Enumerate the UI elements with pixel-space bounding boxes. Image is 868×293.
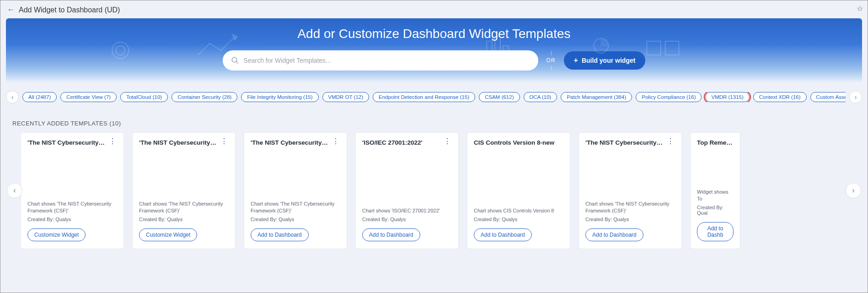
cards-scroll-right-button[interactable]: › xyxy=(846,183,861,198)
card-description: Widget shows To xyxy=(697,189,734,202)
card-header: 'ISO/IEC 27001:2022'⋮ xyxy=(362,139,452,146)
card-description: Chart shows 'The NIST Cybersecurity Fram… xyxy=(251,201,340,214)
svg-point-1 xyxy=(116,46,125,55)
section-title: RECENTLY ADDED TEMPLATES (10) xyxy=(0,107,868,132)
card-title: 'The NIST Cybersecurity Fram... xyxy=(585,139,663,146)
filter-chip[interactable]: TotalCloud (10) xyxy=(120,92,168,102)
card-header: 'The NIST Cybersecurity Fram...⋮ xyxy=(585,139,675,146)
build-widget-label: Build your widget xyxy=(582,57,635,64)
svg-point-0 xyxy=(112,42,129,59)
kebab-menu-icon[interactable]: ⋮ xyxy=(331,139,340,144)
filter-chip[interactable]: OCA (10) xyxy=(524,92,557,102)
template-card: 'The NIST Cybersecurity Fram...⋮Chart sh… xyxy=(579,132,682,249)
card-header: CIS Controls Version 8-new xyxy=(474,139,563,146)
chips-container: All (2487)Certificate View (7)TotalCloud… xyxy=(22,92,846,102)
template-card: 'ISO/IEC 27001:2022'⋮Chart shows 'ISO/IE… xyxy=(355,132,459,249)
back-arrow-icon[interactable]: ← xyxy=(7,5,15,15)
card-created-by: Created By: Qual xyxy=(697,205,734,216)
or-separator: OR xyxy=(547,53,556,68)
add-to-dashboard-button[interactable]: Add to Dashb xyxy=(697,222,734,241)
top-bar: ← Add Widget to Dashboard (UD) ☆ xyxy=(0,0,868,18)
add-to-dashboard-button[interactable]: Add to Dashboard xyxy=(251,228,309,241)
hero-banner: Add or Customize Dashboard Widget Templa… xyxy=(6,18,862,82)
kebab-menu-icon[interactable]: ⋮ xyxy=(443,139,452,144)
card-title: 'ISO/IEC 27001:2022' xyxy=(362,139,440,146)
filter-chip[interactable]: CSAM (612) xyxy=(479,92,520,102)
filter-chip[interactable]: Patch Management (384) xyxy=(561,92,632,102)
filter-chip[interactable]: Certificate View (7) xyxy=(60,92,117,102)
cards-scroll-left-button[interactable]: ‹ xyxy=(7,183,22,198)
filter-chips-row: ‹ All (2487)Certificate View (7)TotalClo… xyxy=(0,82,868,107)
filter-chip[interactable]: Policy Compliance (16) xyxy=(636,92,702,102)
svg-line-9 xyxy=(236,61,238,64)
card-header: 'The NIST Cybersecurity Fram...⋮ xyxy=(27,139,117,146)
filter-chip[interactable]: VMDR OT (12) xyxy=(322,92,369,102)
svg-rect-6 xyxy=(647,41,660,55)
favorite-star-icon[interactable]: ☆ xyxy=(857,4,863,13)
filter-chip[interactable]: VMDR (1315) xyxy=(705,92,749,102)
kebab-menu-icon[interactable]: ⋮ xyxy=(666,139,675,144)
card-created-by: Created By: Qualys xyxy=(139,217,229,222)
svg-point-8 xyxy=(232,57,237,62)
card-header: Top Remedia xyxy=(697,139,734,146)
customize-widget-button[interactable]: Customize Widget xyxy=(139,228,197,241)
card-description: Chart shows 'The NIST Cybersecurity Fram… xyxy=(139,201,229,214)
card-created-by: Created By: Qualys xyxy=(251,217,340,222)
customize-widget-button[interactable]: Customize Widget xyxy=(27,228,86,241)
kebab-menu-icon[interactable]: ⋮ xyxy=(108,139,117,144)
cards-container: 'The NIST Cybersecurity Fram...⋮Chart sh… xyxy=(21,132,847,249)
kebab-menu-icon[interactable]: ⋮ xyxy=(220,139,229,144)
card-created-by: Created By: Qualys xyxy=(585,217,675,222)
template-card: CIS Controls Version 8-newChart shows CI… xyxy=(467,132,570,249)
template-card: 'The NIST Cybersecurity Fram...⋮Chart sh… xyxy=(244,132,347,249)
card-created-by: Created By: Qualys xyxy=(362,217,452,222)
add-to-dashboard-button[interactable]: Add to Dashboard xyxy=(362,228,420,241)
hero-title: Add or Customize Dashboard Widget Templa… xyxy=(297,27,570,41)
hero-controls: OR + Build your widget xyxy=(223,50,646,71)
filter-chip[interactable]: Custom Assessment and Remediation (7) xyxy=(810,92,846,102)
filter-chip[interactable]: File Integrity Monitoring (15) xyxy=(241,92,318,102)
card-description: Chart shows 'ISO/IEC 27001:2022' xyxy=(362,207,452,214)
cards-wrapper: ‹ 'The NIST Cybersecurity Fram...⋮Chart … xyxy=(0,132,868,249)
search-icon xyxy=(231,56,239,65)
card-header: 'The NIST Cybersecurity Fram...⋮ xyxy=(139,139,229,146)
card-title: Top Remedia xyxy=(697,139,734,146)
filter-chip[interactable]: All (2487) xyxy=(22,92,57,102)
chips-scroll-left-button[interactable]: ‹ xyxy=(6,91,19,103)
filter-chip[interactable]: Container Security (28) xyxy=(171,92,237,102)
card-description: Chart shows 'The NIST Cybersecurity Fram… xyxy=(585,201,675,214)
build-widget-button[interactable]: + Build your widget xyxy=(564,51,646,70)
card-description: Chart shows 'The NIST Cybersecurity Fram… xyxy=(27,201,117,214)
card-description: Chart shows CIS Controls Version 8 xyxy=(474,207,563,214)
add-to-dashboard-button[interactable]: Add to Dashboard xyxy=(474,228,532,241)
card-title: 'The NIST Cybersecurity Fram... xyxy=(139,139,217,146)
filter-chip[interactable]: Endpoint Detection and Response (15) xyxy=(373,92,475,102)
card-header: 'The NIST Cybersecurity Fram...⋮ xyxy=(251,139,340,146)
card-title: 'The NIST Cybersecurity Fram... xyxy=(27,139,105,146)
search-input[interactable] xyxy=(244,57,530,64)
card-created-by: Created By: Qualys xyxy=(474,217,563,222)
page-title: Add Widget to Dashboard (UD) xyxy=(19,6,120,14)
card-created-by: Created By: Qualys xyxy=(27,217,117,222)
template-card: 'The NIST Cybersecurity Fram...⋮Chart sh… xyxy=(132,132,236,249)
svg-rect-7 xyxy=(665,41,679,55)
plus-icon: + xyxy=(574,56,578,65)
search-box[interactable] xyxy=(223,50,538,71)
filter-chip[interactable]: Context XDR (16) xyxy=(753,92,807,102)
card-title: 'The NIST Cybersecurity Fram... xyxy=(251,139,328,146)
card-title: CIS Controls Version 8-new xyxy=(474,139,563,146)
chips-scroll-right-button[interactable]: › xyxy=(849,91,862,103)
template-card: Top RemediaWidget shows ToCreated By: Qu… xyxy=(690,132,740,249)
add-to-dashboard-button[interactable]: Add to Dashboard xyxy=(585,228,643,241)
template-card: 'The NIST Cybersecurity Fram...⋮Chart sh… xyxy=(21,132,124,249)
